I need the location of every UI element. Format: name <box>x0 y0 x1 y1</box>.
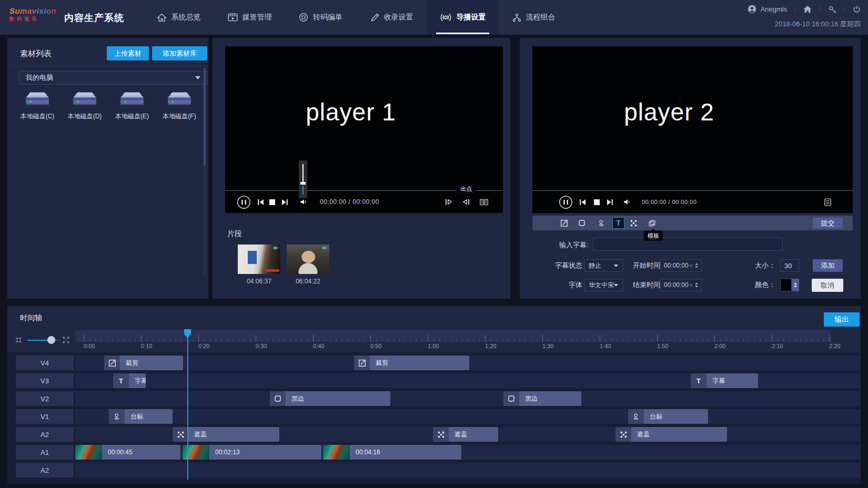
nav-item-label: 流程组合 <box>526 13 556 22</box>
track-lane[interactable] <box>75 463 861 477</box>
track-lane[interactable]: T字幕T字幕 <box>75 373 861 388</box>
font-dropdown[interactable]: 华文中宋 <box>584 279 623 291</box>
next-frame-button[interactable] <box>607 191 613 213</box>
cancel-button[interactable]: 取消 <box>812 279 843 292</box>
timeline-clip[interactable]: 遮盖 <box>173 427 279 442</box>
nav-item-transcode[interactable]: 转码编单 <box>285 0 356 35</box>
playlist-icon[interactable] <box>824 191 831 213</box>
scrollbar-thumb[interactable] <box>204 68 206 166</box>
key-icon[interactable] <box>828 5 836 14</box>
volume-icon[interactable] <box>300 191 308 213</box>
power-icon[interactable] <box>853 5 861 13</box>
prev-frame-button[interactable] <box>579 191 586 213</box>
timeline-clip[interactable]: 00:02:13 <box>183 445 321 460</box>
location-dropdown[interactable]: 我的电脑 <box>19 71 207 85</box>
track-lane[interactable]: 00:00:4500:02:1300:04:16 <box>75 445 861 460</box>
track-lane[interactable]: 黑边黑边 <box>75 391 861 406</box>
channel-logo-icon <box>274 247 278 249</box>
nav-item-media[interactable]: 媒资管理 <box>214 0 285 35</box>
track-lane[interactable]: 遮盖遮盖遮盖 <box>75 427 861 442</box>
subtitle-tool-icon[interactable]: T <box>612 217 624 229</box>
timeline-clip[interactable]: 台标 <box>628 409 708 424</box>
timeline-clip[interactable]: 黑边 <box>270 391 390 406</box>
color-swatch[interactable] <box>780 279 792 291</box>
timeline-clip[interactable]: 裁剪 <box>104 355 183 370</box>
color-picker[interactable] <box>780 279 799 291</box>
subtitle-input[interactable] <box>593 238 783 251</box>
mask-tool-icon[interactable] <box>626 216 641 230</box>
brand-logo[interactable]: Sumavision 数码视讯 <box>9 6 64 23</box>
subtitle-icon: T <box>691 373 706 388</box>
track-lane[interactable]: 台标台标 <box>75 409 861 424</box>
timeline-clip[interactable]: 黑边 <box>503 391 581 406</box>
volume-icon[interactable] <box>623 191 631 213</box>
next-frame-button[interactable] <box>281 191 288 213</box>
nav-item-record[interactable]: 收录设置 <box>356 0 427 35</box>
effects-toolbar: T 提交 <box>532 216 853 230</box>
nav-item-flow[interactable]: 流程组合 <box>498 0 569 35</box>
template-tool-icon[interactable] <box>644 216 659 230</box>
black-border-tool-icon[interactable] <box>574 216 589 230</box>
divider <box>795 6 795 13</box>
timeline-clip[interactable]: T字幕 <box>691 373 758 388</box>
stop-button[interactable] <box>594 191 600 213</box>
home-icon[interactable] <box>803 5 812 13</box>
disk-item[interactable]: 本地磁盘(D) <box>61 90 108 121</box>
nav-item-overview[interactable]: 系统总览 <box>143 0 214 35</box>
timeline-clip[interactable]: T字幕 <box>113 373 146 388</box>
disk-item[interactable]: 本地磁盘(E) <box>108 90 156 121</box>
datetime: 2018-06-10 16:00:16 星期四 <box>775 19 861 29</box>
player1-video[interactable]: player 1 00:00:00 / 00:00:00 出点 <box>225 46 503 213</box>
transcode-icon <box>299 13 308 22</box>
stepper-icon[interactable] <box>695 282 698 288</box>
scrollbar[interactable] <box>204 68 206 277</box>
end-time-input[interactable]: 00:00:00 × <box>660 279 702 291</box>
player2-timecode: 00:00:00 / 00:00:00 <box>642 191 697 213</box>
timeline-panel: 时间轴 输出 0:000:100:200:300:400:501:001:201… <box>7 306 861 484</box>
ruler-label: 0:30 <box>256 343 267 349</box>
stepper-icon[interactable] <box>695 263 698 268</box>
clip-card[interactable]: 06:04:22 <box>287 245 329 285</box>
disk-item[interactable]: 本地磁盘(C) <box>14 90 61 121</box>
clip-card[interactable]: 04:06:37 <box>238 245 280 285</box>
timeline-clip[interactable]: 台标 <box>109 409 173 424</box>
disk-label: 本地磁盘(F) <box>163 112 196 121</box>
volume-handle[interactable] <box>300 182 306 185</box>
submit-button[interactable]: 提交 <box>813 218 843 229</box>
in-point-icon[interactable] <box>445 191 452 213</box>
logo-stamp-tool-icon[interactable] <box>594 216 609 230</box>
start-time-input[interactable]: 00:00:00 × <box>660 259 702 272</box>
stepper-icon[interactable] <box>792 279 799 291</box>
size-input[interactable]: 30 <box>780 259 799 272</box>
upload-material-button[interactable]: 上传素材 <box>107 46 149 60</box>
timeline-clip[interactable]: 遮盖 <box>615 427 727 442</box>
ruler-label: 0:40 <box>313 343 324 349</box>
add-library-button[interactable]: 添加素材库 <box>152 46 207 60</box>
user-avatar-icon[interactable] <box>748 5 756 14</box>
materials-panel: 素材列表 上传素材 添加素材库 我的电脑 本地磁盘(C)本地磁盘(D)本地磁盘(… <box>7 38 208 299</box>
player2-video[interactable]: player 2 00:00:00 / 00:00:00 <box>532 46 853 213</box>
divider <box>7 66 208 66</box>
clear-icon[interactable]: × <box>690 282 693 288</box>
segments-icon[interactable] <box>480 191 488 213</box>
clear-icon[interactable]: × <box>690 262 693 269</box>
add-button[interactable]: 添加 <box>813 259 843 272</box>
nav-item-director[interactable]: 导播设置 <box>427 0 498 35</box>
clip-label: 遮盖 <box>631 427 650 442</box>
output-button[interactable]: 输出 <box>824 312 860 327</box>
pause-button[interactable] <box>559 191 573 213</box>
subtitle-status-dropdown[interactable]: 静止 <box>584 259 623 272</box>
timeline-clip[interactable]: 00:00:45 <box>75 445 180 460</box>
timeline-clip[interactable]: 遮盖 <box>433 427 498 442</box>
pause-button[interactable] <box>237 191 251 213</box>
stop-button[interactable] <box>269 191 275 213</box>
track-lane[interactable]: 裁剪裁剪 <box>75 355 861 370</box>
crop-tool-icon[interactable] <box>557 216 571 230</box>
timeline-clip[interactable]: 00:04:16 <box>323 445 461 460</box>
ruler-label: 1:30 <box>542 343 553 349</box>
disk-item[interactable]: 本地磁盘(F) <box>156 90 203 121</box>
username[interactable]: Anegmls <box>760 5 787 13</box>
prev-frame-button[interactable] <box>257 191 264 213</box>
timeline-clip[interactable]: 裁剪 <box>354 355 469 370</box>
player1-timecode: 00:00:00 / 00:00:00 <box>320 191 379 213</box>
